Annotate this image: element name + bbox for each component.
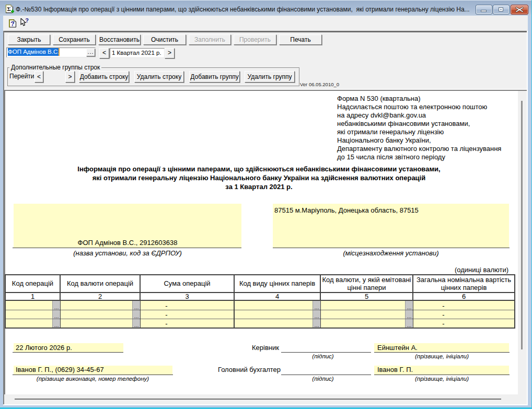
- svg-text:Σ: Σ: [7, 6, 10, 12]
- svg-text:?: ?: [10, 20, 14, 28]
- svg-text:?: ?: [25, 18, 29, 24]
